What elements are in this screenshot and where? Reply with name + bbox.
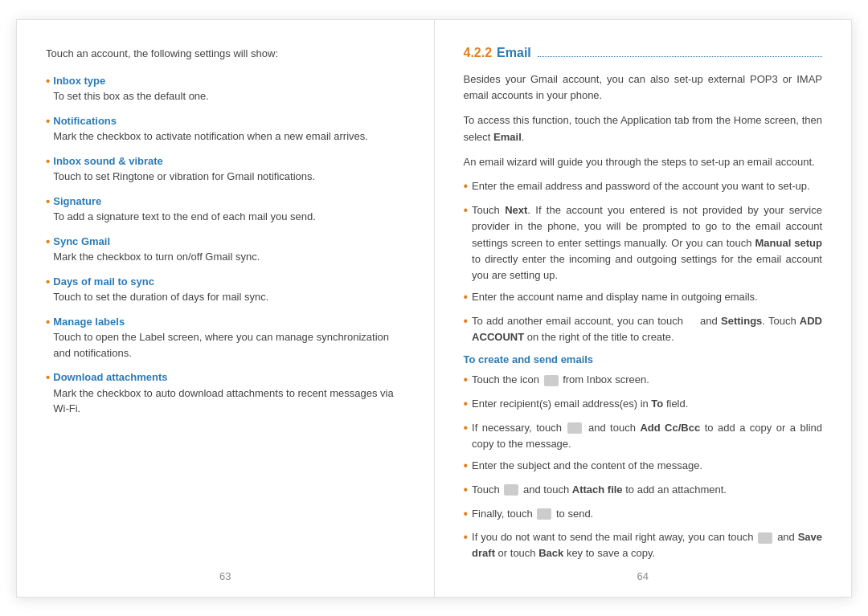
dot-icon: • — [464, 394, 469, 414]
bullet-icon: • — [46, 72, 50, 104]
bullet-icon: • — [46, 313, 50, 361]
desc-inbox-type: To set this box as the default one. — [53, 88, 209, 104]
bullet-icon: • — [46, 233, 50, 265]
bullet-icon: • — [46, 193, 50, 225]
dot-icon: • — [464, 177, 469, 197]
term-notifications: Notifications — [53, 113, 368, 129]
left-page: Touch an account, the following settings… — [17, 20, 435, 597]
desc-signature: To add a signature text to the end of ea… — [53, 209, 316, 225]
dot-icon: • — [464, 480, 469, 500]
settings-list: • Inbox type To set this box as the defa… — [46, 73, 405, 417]
desc-inbox-sound: Touch to set Ringtone or vibration for G… — [53, 169, 315, 185]
term-inbox-sound: Inbox sound & vibrate — [53, 153, 315, 169]
list-item: • If you do not want to send the mail ri… — [464, 529, 823, 561]
page-number-left: 63 — [219, 570, 231, 582]
list-item: • Inbox type To set this box as the defa… — [46, 73, 405, 104]
dot-icon: • — [464, 418, 469, 452]
term-download: Download attachments — [53, 369, 404, 386]
desc-days-mail: Touch to set the duration of days for ma… — [53, 289, 268, 305]
desc-download: Mark the checkbox to auto download attac… — [53, 386, 404, 417]
section-num: 4.2.2 — [464, 46, 493, 60]
li-text-10: Finally, touch to send. — [472, 506, 822, 524]
term-sync-gmail: Sync Gmail — [53, 234, 260, 250]
bullet-list-2: • Touch the icon from Inbox screen. • En… — [464, 372, 823, 562]
term-days-mail: Days of mail to sync — [53, 274, 268, 290]
dot-icon: • — [464, 528, 469, 561]
body-para2-bold: Email — [493, 131, 522, 143]
icon-placeholder — [537, 508, 551, 520]
li-text-11: If you do not want to send the mail righ… — [472, 529, 822, 561]
list-item: • Enter the account name and display nam… — [464, 289, 823, 308]
list-item: • Days of mail to sync Touch to set the … — [46, 274, 405, 305]
list-item: • Finally, touch to send. — [464, 506, 823, 524]
desc-notifications: Mark the checkbox to activate notificati… — [53, 129, 368, 145]
li-text-8: Enter the subject and the content of the… — [472, 458, 822, 476]
list-item: • If necessary, touch and touch Add Cc/B… — [464, 420, 823, 452]
icon-placeholder — [567, 422, 582, 434]
page-number-right: 64 — [637, 570, 649, 582]
bullet-icon: • — [46, 112, 50, 145]
desc-sync-gmail: Mark the checkbox to turn on/off Gmail s… — [53, 249, 260, 265]
bullet-list-1: • Enter the email address and password o… — [464, 178, 823, 345]
section-title: Email — [497, 46, 531, 60]
term-signature: Signature — [53, 194, 316, 210]
list-item: • Manage labels Touch to open the Label … — [46, 314, 405, 361]
list-item: • Touch the icon from Inbox screen. — [464, 372, 823, 390]
li-text-5: Touch the icon from Inbox screen. — [472, 372, 822, 390]
li-text-4: To add another email account, you can to… — [472, 313, 822, 345]
body-para2: To access this function, touch the Appli… — [464, 112, 823, 146]
bullet-icon: • — [46, 153, 50, 185]
term-inbox-type: Inbox type — [53, 73, 209, 89]
list-item: • Touch and touch Attach file to add an … — [464, 482, 823, 500]
list-item: • Notifications Mark the checkbox to act… — [46, 113, 405, 145]
list-item: • Sync Gmail Mark the checkbox to turn o… — [46, 234, 405, 265]
body-para2-period: . — [522, 131, 525, 143]
desc-manage-labels: Touch to open the Label screen, where yo… — [53, 329, 404, 361]
li-text-6: Enter recipient(s) email address(es) in … — [472, 396, 822, 414]
sub-heading-create: To create and send emails — [464, 353, 823, 365]
dot-icon: • — [464, 201, 469, 284]
list-item: • Enter the subject and the content of t… — [464, 458, 823, 476]
list-item: • To add another email account, you can … — [464, 313, 823, 345]
icon-placeholder — [504, 484, 518, 496]
body-para3: An email wizard will guide you through t… — [464, 154, 823, 171]
list-item: • Download attachments Mark the checkbox… — [46, 369, 405, 417]
book-spread: Touch an account, the following settings… — [16, 19, 852, 598]
list-item: • Inbox sound & vibrate Touch to set Rin… — [46, 153, 405, 185]
dot-icon: • — [464, 456, 469, 476]
dot-icon: • — [464, 504, 469, 524]
dot-icon: • — [464, 288, 469, 308]
li-text-2: Touch Next. If the account you entered i… — [472, 202, 822, 284]
term-manage-labels: Manage labels — [53, 314, 404, 330]
right-page: 4.2.2 Email Besides your Gmail account, … — [435, 20, 852, 597]
body-para1: Besides your Gmail account, you can also… — [464, 71, 823, 105]
li-text-7: If necessary, touch and touch Add Cc/Bcc… — [472, 420, 822, 452]
list-item: • Touch Next. If the account you entered… — [464, 202, 823, 284]
icon-placeholder — [758, 532, 772, 544]
dot-icon: • — [464, 370, 469, 390]
li-text-1: Enter the email address and password of … — [472, 178, 822, 197]
li-text-9: Touch and touch Attach file to add an at… — [472, 482, 822, 500]
list-item: • Signature To add a signature text to t… — [46, 194, 405, 225]
list-item: • Enter the email address and password o… — [464, 178, 823, 197]
section-heading: 4.2.2 Email — [464, 46, 823, 60]
list-item: • Enter recipient(s) email address(es) i… — [464, 396, 823, 414]
intro-text: Touch an account, the following settings… — [46, 46, 405, 62]
dot-icon: • — [464, 312, 469, 345]
section-dots-decoration — [538, 49, 822, 57]
bullet-icon: • — [46, 273, 50, 305]
bullet-icon: • — [46, 369, 50, 417]
icon-placeholder — [544, 375, 559, 386]
li-text-3: Enter the account name and display name … — [472, 289, 822, 308]
